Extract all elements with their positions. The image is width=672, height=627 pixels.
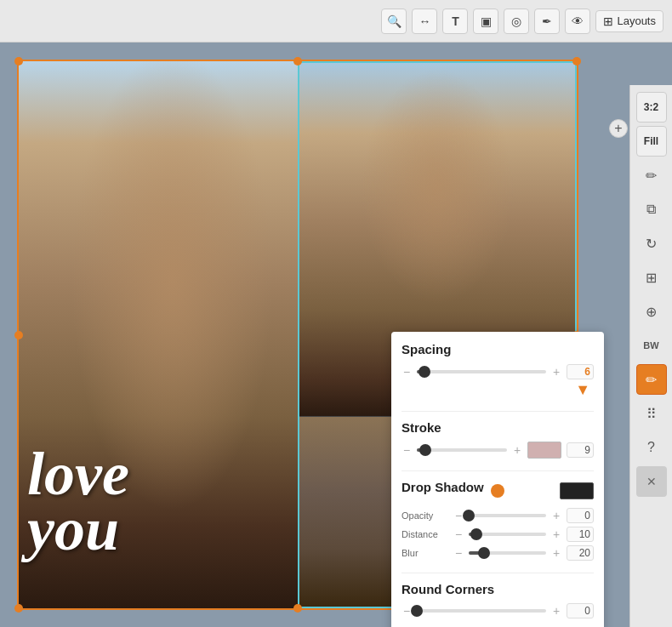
eye-tool-button[interactable]: 👁 [565, 9, 590, 34]
drop-shadow-toggle-button[interactable] [491, 484, 504, 498]
properties-panel: Spacing − + ▼ Stroke − [391, 332, 604, 627]
handle-top-left[interactable] [14, 57, 23, 66]
brush-icon[interactable]: ✏ [636, 364, 667, 395]
globe-icon[interactable]: ⊕ [636, 296, 667, 327]
handle-bottom-mid[interactable] [293, 604, 302, 613]
stroke-plus-button[interactable]: + [512, 443, 522, 457]
spacing-title: Spacing [401, 342, 594, 356]
grid-icon[interactable]: ⊞ [636, 262, 667, 293]
blur-label: Blur [401, 548, 448, 558]
handle-top-right[interactable] [572, 57, 581, 66]
eyedropper-tool-button[interactable]: ✒ [534, 9, 560, 34]
round-corners-value-input[interactable] [567, 603, 594, 618]
pencil-icon[interactable]: ✏ [636, 160, 667, 191]
round-corners-title: Round Corners [401, 582, 594, 596]
layers-icon[interactable]: ⧉ [636, 194, 667, 225]
fill-button[interactable]: Fill [636, 126, 667, 157]
layouts-button[interactable]: ⊞ Layouts [595, 10, 663, 32]
distance-plus-button[interactable]: + [551, 527, 561, 541]
shape-tool-button[interactable]: ◎ [504, 9, 529, 34]
opacity-slider-thumb[interactable] [463, 510, 475, 522]
handle-mid-left[interactable] [14, 331, 23, 339]
stroke-minus-button[interactable]: − [401, 443, 412, 457]
stroke-slider-thumb[interactable] [419, 444, 431, 456]
layouts-label: Layouts [617, 14, 656, 27]
drop-shadow-section: Drop Shadow Opacity − + Distance − [401, 480, 594, 561]
distance-value-input[interactable] [567, 527, 594, 542]
frame-tool-button[interactable]: ▣ [473, 9, 498, 34]
spacing-slider-track[interactable] [417, 370, 546, 373]
opacity-slider-track[interactable] [469, 514, 546, 517]
spacing-plus-button[interactable]: + [551, 365, 561, 379]
spacing-minus-button[interactable]: − [401, 365, 412, 379]
round-corners-section: Round Corners − + [401, 582, 594, 618]
round-corners-plus-button[interactable]: + [551, 604, 561, 618]
fill-label: Fill [644, 135, 658, 147]
stroke-section: Stroke − + [401, 420, 594, 459]
bw-icon[interactable]: BW [636, 330, 667, 361]
distance-slider-track[interactable] [469, 533, 546, 536]
handle-top-mid[interactable] [293, 57, 302, 66]
blur-value-input[interactable] [567, 545, 594, 561]
rotate-icon[interactable]: ↻ [636, 228, 667, 259]
blur-slider-row: Blur − + [401, 545, 594, 561]
round-corners-slider-thumb[interactable] [411, 605, 423, 617]
round-corners-slider-track[interactable] [417, 609, 546, 613]
blur-minus-button[interactable]: − [453, 546, 464, 560]
distance-label: Distance [401, 529, 448, 539]
pan-tool-button[interactable]: ↔ [412, 9, 437, 34]
text-overlay: loveyou [27, 447, 129, 557]
opacity-slider-row: Opacity − + [401, 508, 594, 523]
spacing-arrow-indicator: ▼ [575, 381, 590, 399]
dots-icon[interactable]: ⠿ [636, 398, 667, 429]
grid-layouts-icon: ⊞ [603, 14, 613, 28]
spacing-slider-row: − + [401, 363, 594, 379]
spacing-slider-thumb[interactable] [419, 366, 430, 378]
drop-shadow-color-picker[interactable] [560, 482, 594, 499]
opacity-value-input[interactable] [567, 508, 594, 523]
close-icon[interactable]: ✕ [636, 466, 667, 497]
distance-minus-button[interactable]: − [453, 527, 464, 541]
drop-shadow-header: Drop Shadow [401, 480, 594, 501]
stroke-color-picker[interactable] [527, 442, 561, 459]
opacity-plus-button[interactable]: + [551, 509, 561, 522]
distance-slider-row: Distance − + [401, 527, 594, 542]
opacity-label: Opacity [401, 510, 448, 521]
zoom-tool-button[interactable]: 🔍 [381, 9, 407, 34]
help-icon[interactable]: ? [636, 432, 667, 463]
divider-1 [401, 411, 594, 412]
stroke-slider-track[interactable] [417, 448, 507, 452]
stroke-slider-row: − + [401, 442, 594, 459]
blur-plus-button[interactable]: + [551, 546, 561, 560]
add-panel-button[interactable]: + [609, 119, 628, 138]
right-sidebar: 3:2 Fill ✏ ⧉ ↻ ⊞ ⊕ BW ✏ ⠿ ? ✕ [629, 85, 672, 627]
drop-shadow-title: Drop Shadow [401, 480, 484, 494]
distance-slider-thumb[interactable] [470, 528, 482, 540]
canvas-area: loveyou + 3:2 Fill ✏ ⧉ ↻ ⊞ ⊕ BW ✏ ⠿ [0, 43, 672, 627]
round-corners-slider-row: − + [401, 603, 594, 618]
spacing-section: Spacing − + ▼ [401, 342, 594, 399]
text-tool-button[interactable]: T [442, 9, 468, 34]
ratio-button[interactable]: 3:2 [636, 92, 667, 123]
stroke-value-input[interactable] [567, 442, 594, 458]
blur-slider-thumb[interactable] [478, 547, 490, 559]
divider-3 [401, 573, 594, 573]
photo-left-panel: loveyou [19, 61, 298, 608]
top-toolbar: 🔍 ↔ T ▣ ◎ ✒ 👁 ⊞ Layouts [0, 0, 672, 43]
handle-bottom-left[interactable] [14, 604, 23, 613]
blur-slider-track[interactable] [469, 551, 546, 555]
divider-2 [401, 470, 594, 471]
spacing-value-input[interactable] [567, 364, 594, 379]
ratio-label: 3:2 [644, 101, 658, 113]
stroke-title: Stroke [401, 420, 594, 435]
